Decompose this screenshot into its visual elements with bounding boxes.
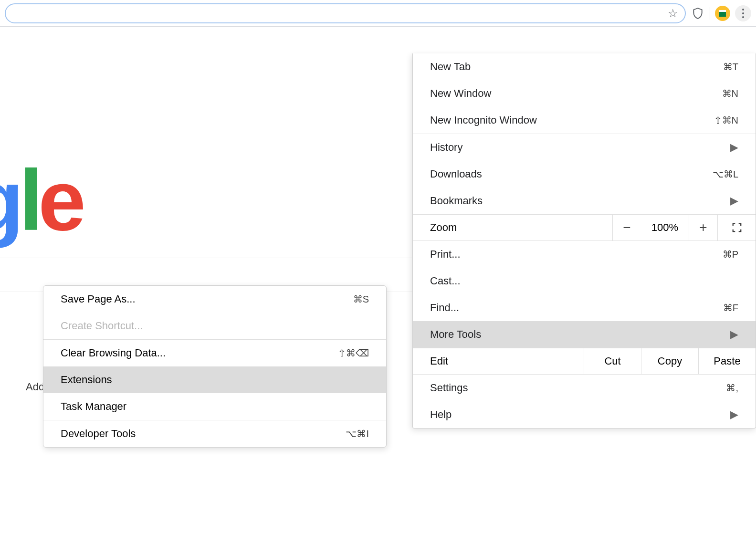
menu-item-label: Create Shortcut... <box>61 320 369 332</box>
profile-avatar[interactable] <box>715 6 730 21</box>
menu-item-label: New Incognito Window <box>430 114 714 126</box>
menu-item-label: Save Page As... <box>61 293 353 305</box>
menu-item-label: History <box>430 141 730 154</box>
menu-downloads[interactable]: Downloads ⌥⌘L <box>413 161 756 188</box>
menu-zoom-row: Zoom − 100% + <box>413 214 756 241</box>
browser-toolbar: ☆ <box>0 0 756 27</box>
submenu-developer-tools[interactable]: Developer Tools ⌥⌘I <box>43 420 386 447</box>
chevron-right-icon: ▶ <box>730 408 738 421</box>
menu-help[interactable]: Help ▶ <box>413 401 756 428</box>
menu-settings[interactable]: Settings ⌘, <box>413 375 756 401</box>
menu-item-shortcut: ⌘F <box>723 302 738 313</box>
page-content: gle Add s Save Page As... ⌘S Create Shor… <box>0 27 756 543</box>
chrome-main-menu: New Tab ⌘T New Window ⌘N New Incognito W… <box>412 53 756 428</box>
menu-item-label: Task Manager <box>61 400 369 413</box>
menu-item-label: Find... <box>430 302 723 314</box>
address-bar[interactable]: ☆ <box>5 3 686 23</box>
zoom-label: Zoom <box>413 215 612 240</box>
google-logo: gle <box>0 151 81 250</box>
chevron-right-icon: ▶ <box>730 141 738 154</box>
zoom-in-button[interactable]: + <box>689 215 717 240</box>
edit-copy-button[interactable]: Copy <box>641 348 698 374</box>
menu-item-shortcut: ⌘, <box>726 382 738 394</box>
menu-item-label: Cast... <box>430 275 738 287</box>
edit-cut-button[interactable]: Cut <box>584 348 641 374</box>
menu-item-label: New Window <box>430 87 722 100</box>
menu-more-tools[interactable]: More Tools ▶ <box>413 321 756 348</box>
edit-label: Edit <box>413 348 584 374</box>
menu-item-label: Extensions <box>61 374 369 386</box>
chevron-right-icon: ▶ <box>730 195 738 207</box>
bookmark-star-icon[interactable]: ☆ <box>668 7 678 20</box>
toolbar-separator <box>710 7 710 20</box>
submenu-clear-browsing-data[interactable]: Clear Browsing Data... ⇧⌘⌫ <box>43 340 386 366</box>
menu-edit-row: Edit Cut Copy Paste <box>413 348 756 375</box>
menu-bookmarks[interactable]: Bookmarks ▶ <box>413 188 756 214</box>
submenu-task-manager[interactable]: Task Manager <box>43 393 386 420</box>
menu-item-shortcut: ⌘T <box>723 61 738 73</box>
ublock-shield-icon[interactable] <box>691 6 705 21</box>
menu-new-window[interactable]: New Window ⌘N <box>413 80 756 107</box>
fullscreen-icon <box>732 222 742 233</box>
menu-new-tab[interactable]: New Tab ⌘T <box>413 53 756 80</box>
menu-print[interactable]: Print... ⌘P <box>413 241 756 268</box>
fullscreen-button[interactable] <box>717 215 756 240</box>
menu-item-label: Developer Tools <box>61 428 346 440</box>
chevron-right-icon: ▶ <box>730 328 738 341</box>
more-tools-submenu: Save Page As... ⌘S Create Shortcut... Cl… <box>43 285 387 448</box>
zoom-out-button[interactable]: − <box>612 215 641 240</box>
menu-item-label: New Tab <box>430 61 723 73</box>
menu-item-label: More Tools <box>430 328 730 341</box>
submenu-extensions[interactable]: Extensions <box>43 366 386 393</box>
menu-item-shortcut: ⇧⌘N <box>714 115 738 126</box>
submenu-save-page-as[interactable]: Save Page As... ⌘S <box>43 286 386 313</box>
menu-item-shortcut: ⌘S <box>353 293 369 305</box>
submenu-create-shortcut: Create Shortcut... <box>43 313 386 339</box>
menu-cast[interactable]: Cast... <box>413 268 756 294</box>
menu-item-shortcut: ⌥⌘L <box>713 168 738 180</box>
menu-find[interactable]: Find... ⌘F <box>413 294 756 321</box>
menu-item-shortcut: ⌘P <box>723 249 738 260</box>
menu-item-shortcut: ⌥⌘I <box>346 428 369 439</box>
chrome-menu-button[interactable] <box>735 5 751 21</box>
zoom-value: 100% <box>641 215 689 240</box>
menu-item-label: Settings <box>430 382 726 394</box>
menu-new-incognito[interactable]: New Incognito Window ⇧⌘N <box>413 107 756 134</box>
menu-item-label: Clear Browsing Data... <box>61 347 338 359</box>
menu-item-label: Downloads <box>430 168 713 180</box>
edit-paste-button[interactable]: Paste <box>698 348 756 374</box>
address-input[interactable] <box>12 8 668 18</box>
menu-item-label: Print... <box>430 248 723 261</box>
menu-history[interactable]: History ▶ <box>413 134 756 161</box>
menu-item-label: Bookmarks <box>430 195 730 207</box>
menu-item-label: Help <box>430 408 730 421</box>
menu-item-shortcut: ⇧⌘⌫ <box>338 347 369 359</box>
menu-item-shortcut: ⌘N <box>722 88 738 99</box>
